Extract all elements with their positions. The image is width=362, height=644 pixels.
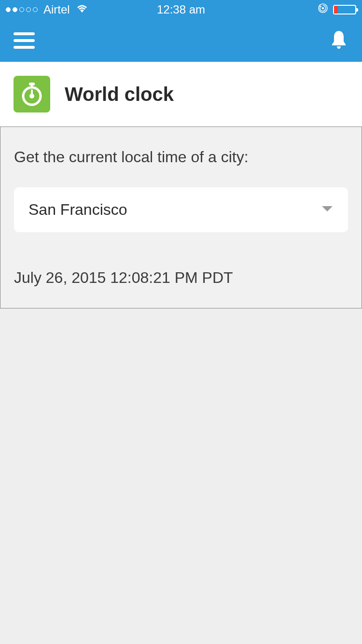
hamburger-icon [14,32,35,35]
notifications-button[interactable] [329,29,348,52]
bell-icon [329,29,348,50]
nav-bar [0,19,362,62]
dropdown-selected-value: San Francisco [28,201,127,219]
prompt-label: Get the current local time of a city: [14,148,348,166]
carrier-label: Airtel [43,3,70,16]
world-clock-card: Get the current local time of a city: Sa… [0,126,362,308]
status-time: 12:38 am [157,3,205,16]
svg-rect-1 [322,7,324,9]
wifi-icon [76,3,88,16]
battery-icon [333,5,356,14]
page-title: World clock [65,84,174,105]
status-bar: Airtel 12:38 am [0,0,362,19]
stopwatch-icon [20,82,43,107]
rotation-lock-icon [318,3,328,16]
chevron-down-icon [321,205,334,215]
local-time-result: July 26, 2015 12:08:21 PM PDT [14,269,348,287]
signal-strength-icon [6,7,38,12]
status-left: Airtel [6,3,88,16]
status-right [318,3,356,16]
menu-button[interactable] [14,32,35,49]
page-header: World clock [0,62,362,126]
city-dropdown[interactable]: San Francisco [14,187,348,232]
world-clock-icon [14,76,50,112]
